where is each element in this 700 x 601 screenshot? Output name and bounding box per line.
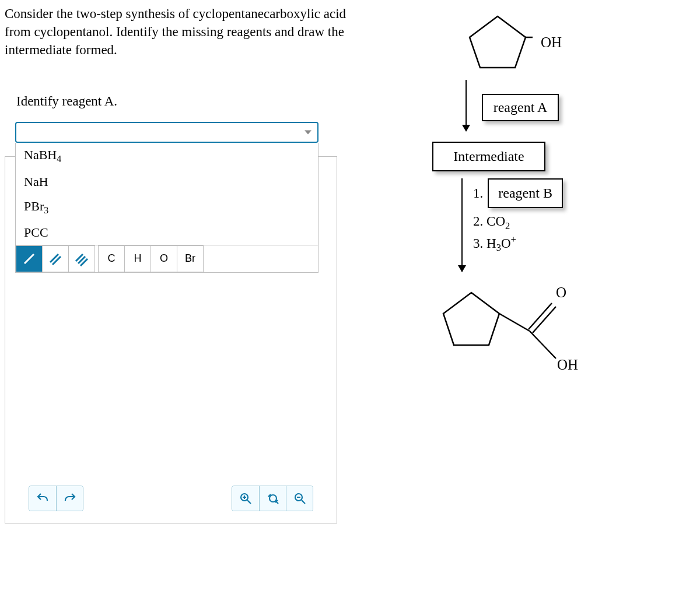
reagent-a-box: reagent A <box>482 94 559 121</box>
step2-label: 2. CO2 <box>473 212 563 233</box>
svg-line-7 <box>247 500 251 504</box>
atom-button-h[interactable]: H <box>124 245 151 272</box>
svg-point-10 <box>270 495 276 502</box>
reagent-a-dropdown[interactable] <box>15 122 318 143</box>
undo-button[interactable] <box>29 486 56 511</box>
zoom-buttons <box>232 486 313 511</box>
dropdown-panel: NaBH4 NaH PBr3 PCC <box>15 143 318 273</box>
zoom-out-icon <box>293 491 307 505</box>
svg-marker-17 <box>443 293 499 345</box>
history-buttons <box>29 486 83 511</box>
hydroxyl-label: OH <box>541 34 562 51</box>
dropdown-option[interactable]: PCC <box>16 220 318 245</box>
product-molecule: O OH <box>436 280 588 415</box>
carbonyl-o-label: O <box>556 284 700 301</box>
product-oh-label: OH <box>557 357 700 373</box>
step3-label: 3. H3O+ <box>473 233 563 255</box>
undo-icon <box>36 491 50 505</box>
zoom-fit-icon <box>266 491 280 505</box>
dropdown-option[interactable]: PBr3 <box>16 194 318 220</box>
zoom-in-icon <box>239 491 253 505</box>
redo-icon <box>63 491 77 505</box>
atom-button-br[interactable]: Br <box>177 245 204 272</box>
svg-line-18 <box>499 314 530 331</box>
zoom-fit-button[interactable] <box>259 486 286 511</box>
svg-marker-15 <box>470 16 526 68</box>
zoom-out-button[interactable] <box>286 486 313 511</box>
bond-tool-row: C H O Br <box>16 245 318 272</box>
redo-button[interactable] <box>56 486 83 511</box>
single-bond-button[interactable] <box>16 245 43 272</box>
intermediate-box: Intermediate <box>432 142 545 171</box>
svg-line-21 <box>530 331 556 359</box>
step1-prefix: 1. <box>473 184 483 203</box>
atom-button-o[interactable]: O <box>150 245 177 272</box>
svg-line-0 <box>24 254 34 263</box>
dropdown-option[interactable]: NaBH4 <box>16 143 318 169</box>
start-molecule: OH <box>463 12 562 73</box>
double-bond-button[interactable] <box>42 245 69 272</box>
svg-line-13 <box>302 500 305 504</box>
problem-text: Consider the two-step synthesis of cyclo… <box>5 5 349 59</box>
reaction-scheme: OH reagent A Intermediate <box>372 9 652 417</box>
chevron-down-icon <box>304 131 312 135</box>
reagent-b-box: reagent B <box>488 178 563 208</box>
svg-line-11 <box>276 501 278 504</box>
dropdown-option[interactable]: NaH <box>16 170 318 194</box>
triple-bond-button[interactable] <box>68 245 95 272</box>
zoom-in-button[interactable] <box>232 486 259 511</box>
sub-prompt: Identify reagent A. <box>16 94 349 109</box>
atom-button-c[interactable]: C <box>98 245 125 272</box>
drawing-canvas[interactable] <box>11 273 331 483</box>
